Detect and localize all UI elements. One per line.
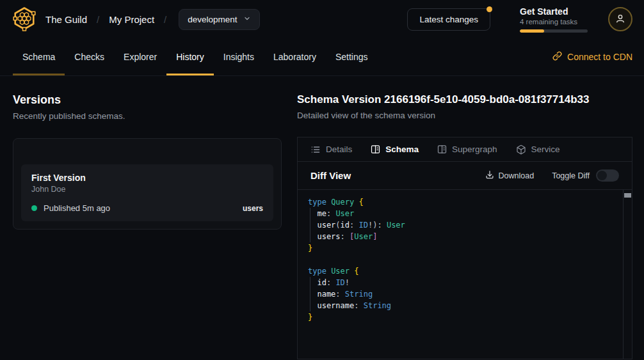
detail-tab-supergraph[interactable]: Supergraph [437, 145, 497, 154]
columns-icon [371, 145, 380, 154]
tab-insights[interactable]: Insights [214, 38, 264, 75]
versions-panel: Versions Recently published schemas. Fir… [0, 76, 297, 359]
versions-subtitle: Recently published schemas. [13, 111, 282, 121]
user-avatar[interactable] [608, 7, 632, 31]
versions-list-card: First Version John Doe Published 5m ago … [13, 138, 282, 230]
detail-tab-label: Service [531, 145, 560, 154]
latest-changes-button[interactable]: Latest changes [407, 8, 490, 31]
latest-changes-label: Latest changes [419, 15, 478, 24]
get-started-progress [520, 29, 588, 33]
code-line: } [308, 242, 616, 254]
chevron-down-icon [243, 15, 251, 24]
schema-detail-tabs: DetailsSchemaSupergraphService [298, 137, 632, 162]
version-name: First Version [31, 173, 263, 183]
diff-actions: Download Toggle Diff [485, 169, 619, 182]
published-status-dot [31, 205, 37, 211]
user-icon [615, 13, 626, 26]
environment-dropdown[interactable]: development [179, 9, 259, 30]
code-line: me: User [308, 208, 616, 219]
primary-nav-tabs: SchemaChecksExplorerHistoryInsightsLabor… [13, 38, 378, 75]
detail-tab-label: Schema [385, 145, 419, 154]
graphql-code[interactable]: type Query { me: User user(id: ID!): Use… [298, 190, 632, 329]
download-label: Download [499, 171, 535, 180]
get-started-title: Get Started [520, 6, 588, 17]
link-icon [552, 51, 562, 63]
diff-view-title: Diff View [310, 170, 351, 181]
tab-history[interactable]: History [166, 38, 214, 75]
code-scrollbar[interactable] [623, 190, 632, 359]
version-list-item[interactable]: First Version John Doe Published 5m ago … [21, 164, 273, 221]
tab-laboratory[interactable]: Laboratory [264, 38, 326, 75]
breadcrumb-separator: / [97, 14, 99, 25]
detail-tab-details[interactable]: Details [310, 145, 352, 155]
tab-explorer[interactable]: Explorer [114, 38, 166, 75]
diff-toolbar: Diff View Download Toggle Diff [298, 162, 632, 190]
get-started-widget[interactable]: Get Started 4 remaining tasks [520, 6, 588, 33]
schema-version-title: Schema Version 2166196f-5e10-4059-bd0a-0… [297, 93, 632, 106]
detail-tab-label: Details [326, 145, 352, 154]
toggle-diff-switch[interactable] [596, 169, 619, 182]
schema-version-subtitle: Detailed view of the schema version [297, 111, 632, 120]
detail-tab-label: Supergraph [452, 145, 497, 154]
versions-title: Versions [13, 93, 282, 107]
connect-to-cdn-label: Connect to CDN [567, 52, 632, 62]
toggle-diff-group: Toggle Diff [552, 169, 619, 182]
code-line: users: [User] [308, 231, 616, 242]
schema-version-panel: Schema Version 2166196f-5e10-4059-bd0a-0… [297, 76, 644, 359]
toggle-diff-label: Toggle Diff [552, 171, 590, 180]
version-status-row: Published 5m ago users [31, 203, 263, 213]
main-content: Versions Recently published schemas. Fir… [0, 76, 644, 359]
hive-logo-icon[interactable] [12, 6, 37, 33]
org-breadcrumb[interactable]: The Guild [45, 14, 87, 25]
get-started-subtitle: 4 remaining tasks [520, 18, 588, 26]
code-line: type User { [308, 265, 616, 277]
version-service-badge: users [243, 204, 263, 213]
columns-icon [437, 145, 447, 154]
tab-settings[interactable]: Settings [326, 38, 378, 75]
download-button[interactable]: Download [485, 170, 535, 181]
detail-tab-service[interactable]: Service [516, 145, 560, 155]
app-header: The Guild / My Project / development Lat… [0, 0, 644, 38]
breadcrumb-separator: / [164, 14, 166, 25]
tab-schema[interactable]: Schema [13, 38, 65, 75]
code-line: name: String [308, 288, 616, 300]
notification-dot [487, 6, 492, 12]
environment-dropdown-value: development [188, 15, 237, 24]
connect-to-cdn-link[interactable]: Connect to CDN [552, 38, 632, 75]
code-line: user(id: ID!): User [308, 219, 616, 231]
detail-tab-schema[interactable]: Schema [371, 145, 419, 154]
code-line: } [308, 311, 616, 323]
switch-knob [597, 171, 607, 180]
primary-nav: SchemaChecksExplorerHistoryInsightsLabor… [0, 38, 644, 76]
schema-code-viewer: type Query { me: User user(id: ID!): Use… [298, 190, 632, 359]
list-icon [310, 145, 321, 155]
project-breadcrumb[interactable]: My Project [109, 14, 154, 25]
schema-detail-card: DetailsSchemaSupergraphService Diff View… [297, 137, 632, 359]
code-line: id: ID! [308, 277, 616, 288]
tab-checks[interactable]: Checks [65, 38, 114, 75]
code-line: type Query { [308, 196, 616, 208]
version-status: Published 5m ago [44, 203, 110, 213]
code-line: username: String [308, 300, 616, 311]
version-author: John Doe [31, 185, 263, 194]
download-icon [485, 170, 494, 181]
code-scrollbar-thumb[interactable] [624, 193, 631, 198]
box-icon [516, 145, 526, 155]
code-line [308, 254, 616, 265]
